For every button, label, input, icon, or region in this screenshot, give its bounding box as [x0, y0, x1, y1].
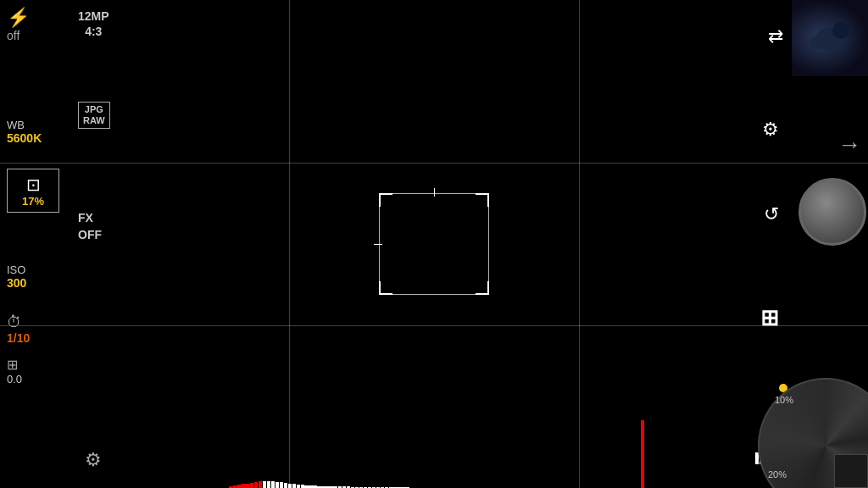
histogram-bar	[641, 420, 644, 488]
thumbnail-preview	[792, 0, 868, 76]
settings-icon[interactable]: ⚙	[85, 449, 102, 471]
ev-value: 0.0	[7, 373, 22, 385]
histogram-bar	[246, 484, 249, 488]
left-panel: ⚡ off WB 5600K ⊡ 17% ISO 300 ⏱ 1/10 ⊞ 0.…	[0, 0, 76, 488]
flip-camera-button[interactable]: ⇄	[768, 25, 783, 47]
dial-wheel[interactable]: 10% 20%	[758, 378, 868, 488]
ev-section[interactable]: ⊞ 0.0	[7, 357, 70, 385]
fx-label2: OFF	[78, 227, 102, 244]
resolution-ratio: 4:3	[85, 24, 102, 39]
resolution-mp: 12MP	[78, 8, 109, 24]
format-jpg: JPG	[85, 104, 103, 115]
histogram-bar	[267, 481, 270, 488]
histogram-bar	[275, 482, 279, 488]
histogram-bar	[284, 483, 287, 488]
timer-icon: ⏱	[7, 313, 22, 331]
iso-value: 300	[7, 276, 70, 290]
histogram-bar	[250, 483, 253, 488]
iso-label: ISO	[7, 263, 70, 276]
wb-label: WB	[7, 119, 70, 131]
grid-toggle-button[interactable]: ⊞	[760, 305, 779, 331]
histogram-container	[229, 412, 644, 488]
histogram-bar	[288, 484, 292, 488]
dial-label-10: 10%	[775, 395, 793, 405]
histogram-bar	[292, 484, 296, 488]
wb-section[interactable]: WB 5600K	[7, 119, 70, 145]
focus-tick-top	[434, 188, 435, 197]
resolution-section[interactable]: 12MP 4:3	[78, 8, 109, 39]
arrow-right-icon[interactable]: →	[837, 131, 861, 158]
bird-silhouette	[807, 15, 854, 62]
format-raw: RAW	[83, 115, 105, 126]
histogram-bar	[254, 482, 258, 488]
histogram-bar	[259, 481, 262, 488]
histogram-bar	[280, 482, 283, 488]
dial-inner-square	[834, 454, 868, 488]
focus-corner-tl	[379, 193, 392, 207]
histogram-bar	[297, 485, 300, 488]
camera-thumbnail[interactable]	[792, 0, 868, 76]
svg-point-2	[810, 36, 830, 49]
focus-corner-br	[476, 281, 489, 295]
flash-icon: ⚡	[7, 8, 30, 27]
format-box[interactable]: JPG RAW	[78, 102, 110, 129]
fx-label1: FX	[78, 210, 102, 227]
dial-label-20: 20%	[768, 469, 787, 480]
settings-gear-button[interactable]: ⚙	[762, 119, 779, 141]
focus-box	[379, 193, 489, 295]
flash-label: off	[7, 29, 19, 42]
shutter-button[interactable]	[798, 178, 866, 246]
histogram-bar	[263, 481, 266, 488]
histogram-bar	[242, 484, 245, 488]
fx-section[interactable]: FX OFF	[78, 210, 102, 243]
histogram-bar	[237, 485, 241, 488]
wb-value: 5600K	[7, 131, 70, 145]
focus-corner-tr	[476, 193, 489, 207]
histogram-bar	[301, 485, 304, 488]
focus-corner-bl	[379, 281, 392, 295]
dial-container[interactable]: 10% 20%	[758, 378, 868, 488]
crop-value: 17%	[22, 195, 44, 208]
iso-section[interactable]: ISO 300	[7, 263, 70, 290]
timer-value: 1/10	[7, 331, 30, 345]
flash-section[interactable]: ⚡ off	[7, 8, 70, 42]
histogram-bar	[271, 481, 275, 488]
timer-button[interactable]: ↺	[764, 203, 779, 225]
focus-tick-left	[374, 244, 382, 245]
crop-section[interactable]: ⊡ 17%	[7, 169, 59, 213]
ev-icon: ⊞	[7, 357, 18, 373]
timer-section[interactable]: ⏱ 1/10	[7, 313, 70, 345]
focus-box-border	[379, 193, 489, 295]
crop-icon: ⊡	[26, 175, 41, 195]
svg-point-1	[832, 22, 849, 39]
